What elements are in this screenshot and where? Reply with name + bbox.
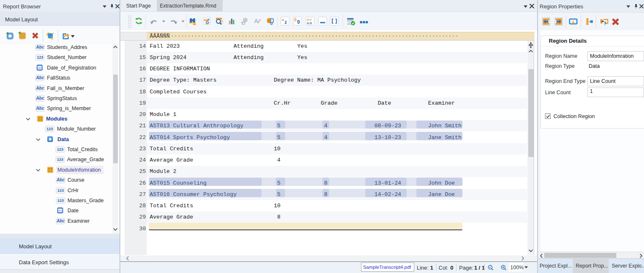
svg-text:z: z xyxy=(285,19,287,25)
svg-text:9: 9 xyxy=(297,19,300,25)
svg-text:a: a xyxy=(282,17,284,22)
svg-text:A: A xyxy=(254,18,258,24)
svg-text:0-9: 0-9 xyxy=(307,21,312,25)
svg-text:0: 0 xyxy=(294,17,297,22)
